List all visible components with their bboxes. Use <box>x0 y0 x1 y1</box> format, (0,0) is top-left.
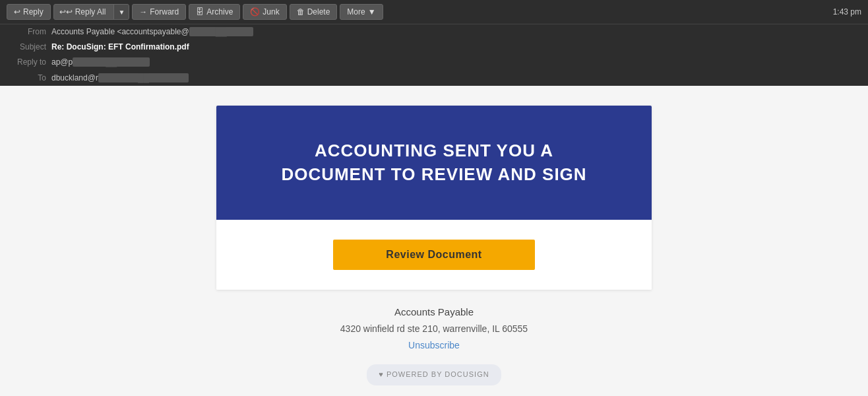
subject-label: Subject <box>7 41 46 53</box>
chevron-down-icon: ▼ <box>368 7 376 16</box>
to-label: To <box>7 72 46 84</box>
subject-value: Re: DocuSign: EFT Confirmation.pdf <box>51 41 189 53</box>
email-card: ACCOUNTING SENT YOU A DOCUMENT TO REVIEW… <box>216 106 652 290</box>
toolbar-buttons: ↩ Reply ↩↩ Reply All ▼ → Forward <box>7 4 383 20</box>
banner-line1: ACCOUNTING SENT YOU A <box>243 139 625 162</box>
email-time: 1:43 pm <box>833 7 861 16</box>
replyto-row: Reply to ap@p██ <box>0 55 868 70</box>
archive-icon: 🗄 <box>196 7 204 16</box>
from-row: From Accounts Payable <accountspayable@█… <box>0 24 868 40</box>
from-label: From <box>7 26 46 38</box>
sender-name: Accounts Payable <box>340 303 528 321</box>
reply-icon: ↩ <box>14 7 20 16</box>
reply-all-label: Reply All <box>75 7 106 16</box>
junk-icon: 🚫 <box>250 7 260 16</box>
forward-icon: → <box>139 7 147 16</box>
email-content: ACCOUNTING SENT YOU A DOCUMENT TO REVIEW… <box>0 86 868 396</box>
card-action: Review Document <box>216 220 652 290</box>
reply-button[interactable]: ↩ Reply <box>7 4 51 20</box>
forward-button[interactable]: → Forward <box>132 4 186 20</box>
subject-row: Subject Re: DocuSign: EFT Confirmation.p… <box>0 40 868 55</box>
archive-label: Archive <box>206 7 233 16</box>
more-label: More <box>347 7 365 16</box>
replyto-label: Reply to <box>7 56 46 69</box>
email-banner: ACCOUNTING SENT YOU A DOCUMENT TO REVIEW… <box>216 106 652 220</box>
reply-all-dropdown-button[interactable]: ▼ <box>113 5 129 19</box>
reply-all-button[interactable]: ↩↩ Reply All <box>54 5 111 19</box>
junk-label: Junk <box>263 7 279 16</box>
toolbar-row: ↩ Reply ↩↩ Reply All ▼ → Forward <box>0 0 868 24</box>
reply-label: Reply <box>23 7 44 16</box>
delete-button[interactable]: 🗑 Delete <box>290 4 338 20</box>
more-button[interactable]: More ▼ <box>340 4 383 20</box>
powered-by-badge: ♥ POWERED BY DOCUSIGN <box>367 364 501 385</box>
reply-all-group: ↩↩ Reply All ▼ <box>53 4 130 20</box>
sender-address: 4320 winfield rd ste 210, warrenville, I… <box>340 321 528 337</box>
email-footer: Accounts Payable 4320 winfield rd ste 21… <box>340 303 528 385</box>
replyto-value: ap@p██ <box>51 56 150 69</box>
to-row: To dbuckland@r██ <box>0 71 868 86</box>
email-header: ↩ Reply ↩↩ Reply All ▼ → Forward <box>0 0 868 86</box>
delete-label: Delete <box>307 7 330 16</box>
archive-button[interactable]: 🗄 Archive <box>189 4 240 20</box>
trash-icon: 🗑 <box>297 7 305 16</box>
reply-all-icon: ↩↩ <box>59 7 73 16</box>
chevron-down-icon: ▼ <box>118 9 125 16</box>
junk-button[interactable]: 🚫 Junk <box>243 4 286 20</box>
forward-label: Forward <box>150 7 179 16</box>
from-value: Accounts Payable <accountspayable@██ <box>51 26 253 38</box>
to-value: dbuckland@r██ <box>51 72 189 84</box>
email-client: ↩ Reply ↩↩ Reply All ▼ → Forward <box>0 0 868 396</box>
unsubscribe-link[interactable]: Unsubscribe <box>408 340 460 350</box>
banner-line2: DOCUMENT TO REVIEW AND SIGN <box>243 162 625 186</box>
review-document-button[interactable]: Review Document <box>333 240 534 270</box>
